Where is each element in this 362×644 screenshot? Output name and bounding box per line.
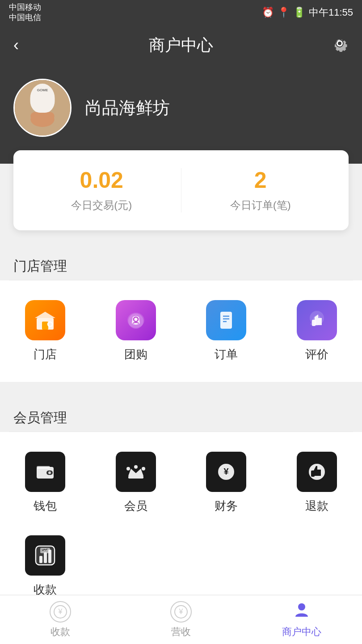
order-icon [206,300,246,340]
store-management-title: 门店管理 [13,257,349,275]
stat-order: 2 今日订单(笔) [181,168,340,212]
time-display: 中午11:55 [309,6,353,19]
page-title: 商户中心 [149,34,213,56]
svg-rect-16 [220,312,232,329]
order-value: 2 [181,168,340,193]
wallet-label: 钱包 [34,498,57,514]
svg-rect-40 [40,548,50,553]
refund-label: 退款 [305,498,328,514]
store-management-section: 门店管理 [0,244,362,280]
shouquan-nav-icon: ¥ [50,601,71,623]
store-menu-item[interactable]: 门店 [0,289,91,373]
wallet-icon [25,452,65,492]
settings-button[interactable] [331,34,349,56]
svg-rect-6 [41,85,43,93]
status-bar: 中国移动 中国电信 ⏰ 📍 🔋 中午11:55 [0,0,362,25]
svg-rect-27 [128,476,143,479]
header: ‹ 商户中心 [0,25,362,65]
refund-icon [297,452,337,492]
store-photo: GOME [15,80,70,136]
member-management-grid: 钱包 会员 ¥ 财务 [0,432,362,617]
svg-line-13 [49,326,50,327]
gear-icon [331,34,349,52]
clock-icon: ⏰ [262,7,274,18]
group-buy-icon [116,300,156,340]
member-label: 会员 [124,498,147,514]
svg-rect-8 [30,112,54,121]
review-label: 评价 [305,347,328,362]
profile-section: GOME 尚品海鲜坊 [0,65,362,164]
svg-point-49 [298,603,305,610]
carrier2: 中国电信 [9,13,41,23]
wallet-menu-item[interactable]: 钱包 [0,441,91,525]
svg-point-25 [48,471,51,474]
member-menu-item[interactable]: 会员 [91,441,181,525]
yingshou-nav-label: 营收 [171,625,191,639]
svg-rect-21 [312,320,316,326]
svg-text:¥: ¥ [58,608,63,615]
carrier-info: 中国移动 中国电信 [9,2,41,23]
transaction-value: 0.02 [22,168,181,193]
svg-rect-4 [36,96,49,97]
carrier1: 中国移动 [9,2,41,13]
status-right: ⏰ 📍 🔋 中午11:55 [262,6,353,19]
transaction-label: 今日交易(元) [22,198,181,212]
svg-rect-2 [37,90,48,94]
merchant-nav-label: 商户中心 [282,625,321,639]
svg-point-28 [126,467,130,470]
order-label: 今日订单(笔) [181,198,340,212]
battery-icon: 🔋 [293,7,305,18]
svg-point-30 [142,467,145,470]
svg-rect-23 [37,466,50,469]
nav-shouquan[interactable]: ¥ 收款 [0,597,121,643]
order-menu-item[interactable]: 订单 [181,289,272,373]
member-management-section: 会员管理 [0,395,362,432]
svg-rect-0 [15,80,70,136]
review-icon [297,300,337,340]
review-menu-item[interactable]: 评价 [272,289,362,373]
finance-label: 财务 [215,498,238,514]
member-management-title: 会员管理 [13,409,349,427]
finance-menu-item[interactable]: ¥ 财务 [181,441,272,525]
store-management-grid: 门店 团购 订单 [0,280,362,382]
svg-rect-5 [36,99,49,107]
svg-text:¥: ¥ [224,466,229,476]
location-icon: 📍 [278,7,290,18]
group-buy-label: 团购 [124,347,147,362]
finance-icon: ¥ [206,452,246,492]
store-icon [25,300,65,340]
member-icon [116,452,156,492]
svg-point-29 [134,465,138,469]
shouquan-nav-label: 收款 [51,625,70,639]
yingshou-nav-icon: ¥ [170,601,192,623]
svg-text:GOME: GOME [36,93,46,96]
svg-rect-1 [35,89,50,112]
svg-rect-37 [39,556,42,563]
stat-transaction: 0.02 今日交易(元) [22,168,181,212]
store-name: 尚品海鲜坊 [85,97,170,119]
refund-menu-item[interactable]: 退款 [272,441,362,525]
svg-rect-38 [44,552,47,563]
merchant-nav-icon [293,601,311,623]
order-label: 订单 [215,347,238,362]
svg-marker-26 [128,469,143,476]
bottom-navigation: ¥ 收款 ¥ 营收 商户中心 [0,595,362,644]
stats-icon [25,535,65,576]
back-button[interactable]: ‹ [13,36,19,55]
svg-marker-10 [35,312,55,318]
nav-yingshou[interactable]: ¥ 营收 [121,597,241,643]
store-label: 门店 [34,347,57,362]
nav-merchant-center[interactable]: 商户中心 [241,596,362,643]
svg-rect-34 [311,470,315,477]
group-buy-menu-item[interactable]: 团购 [91,289,181,373]
stats-card: 0.02 今日交易(元) 2 今日订单(笔) [13,150,349,230]
avatar-image: GOME [15,80,70,136]
svg-text:¥: ¥ [179,608,183,615]
svg-rect-11 [42,322,48,330]
avatar[interactable]: GOME [13,79,72,137]
